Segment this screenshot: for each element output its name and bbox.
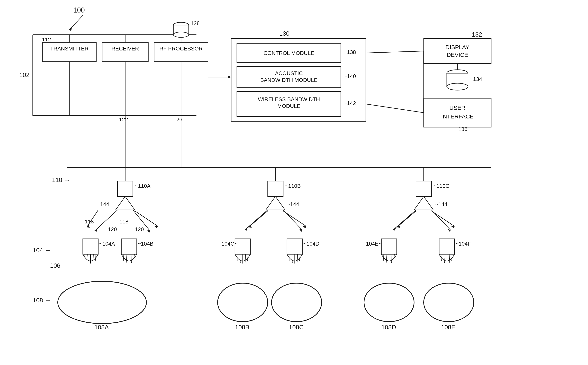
svg-point-19 (173, 32, 189, 37)
acoustic-bw-module-label1: ACOUSTIC (275, 70, 303, 76)
svg-rect-33 (424, 98, 491, 127)
ref-108c-label: 108C (289, 324, 304, 331)
svg-rect-27 (424, 39, 491, 63)
acoustic-bw-module-label2: BANDWIDTH MODULE (260, 77, 317, 83)
ref-108-label: 108 → (33, 297, 51, 304)
ref-118-right-label: 118 (119, 219, 128, 225)
ref-144c-label: ~144 (435, 201, 448, 207)
ref-120-right-label: 120 (135, 226, 144, 232)
svg-rect-56 (121, 239, 137, 254)
display-device-label2: DEVICE (447, 52, 468, 58)
rf-processor-label: RF PROCESSOR (160, 46, 203, 52)
svg-rect-89 (416, 181, 431, 197)
transmitter-label: TRANSMITTER (50, 46, 88, 52)
control-module-label: CONTROL MODULE (264, 50, 314, 56)
svg-rect-10 (102, 42, 148, 62)
diagram-container: 100 102 TRANSMITTER 112 RECEIVER 122 RF … (0, 0, 588, 365)
ref-128-label: 128 (191, 20, 200, 26)
ref-106-label: 106 (50, 262, 60, 269)
ref-104d-label: ~104D (303, 241, 319, 247)
svg-rect-7 (42, 42, 96, 62)
ref-136-label: 136 (458, 126, 468, 132)
svg-rect-13 (154, 42, 208, 62)
svg-rect-99 (381, 239, 397, 254)
display-device-label1: DISPLAY (446, 44, 469, 50)
svg-rect-80 (287, 239, 302, 254)
ref-138-label: ~138 (344, 49, 356, 55)
ref-112-label: 112 (42, 37, 51, 42)
svg-rect-64 (268, 181, 283, 197)
ref-140-label: ~140 (344, 73, 356, 79)
wireless-bw-module-label1: WIRELESS BANDWIDTH (258, 96, 320, 102)
ref-104e-label: 104E~ (366, 241, 382, 247)
receiver-label: RECEIVER (111, 46, 139, 52)
ref-110c-label: ~110C (433, 183, 449, 189)
ref-104c-label: 104C~ (222, 241, 238, 247)
ref-110b-label: ~110B (285, 183, 301, 189)
ref-100-label: 100 (73, 6, 85, 14)
ref-130-label: 130 (279, 30, 289, 37)
ref-120-left-label: 120 (108, 226, 117, 232)
ref-132-label: 132 (472, 31, 482, 38)
ref-144a-label: 144 (100, 201, 109, 207)
ref-144b-label: ~144 (287, 201, 299, 207)
ref-108a-label: 108A (94, 324, 109, 331)
ref-104f-label: ~104F (455, 241, 471, 247)
svg-rect-50 (83, 239, 98, 254)
wireless-bw-module-label2: MODULE (277, 103, 301, 109)
ref-108d-label: 108D (381, 324, 396, 331)
ref-122-label: 122 (119, 117, 128, 122)
ref-110-label: 110 → (52, 176, 70, 183)
svg-rect-39 (118, 181, 133, 197)
ref-102-label: 102 (19, 71, 29, 78)
user-interface-label1: USER (449, 105, 465, 111)
ref-142-label: ~142 (344, 100, 356, 106)
svg-rect-105 (439, 239, 455, 254)
ref-108e-label: 108E (441, 324, 455, 331)
ref-134-label: ~134 (470, 76, 482, 82)
ref-104-label: 104 → (33, 247, 51, 254)
ref-104a-label: ~104A (99, 241, 115, 247)
ref-104b-label: ~104B (138, 241, 154, 247)
ref-110a-label: ~110A (135, 183, 151, 189)
ref-108b-label: 108B (235, 324, 249, 331)
user-interface-label2: INTERFACE (441, 113, 474, 119)
svg-point-31 (447, 83, 468, 90)
